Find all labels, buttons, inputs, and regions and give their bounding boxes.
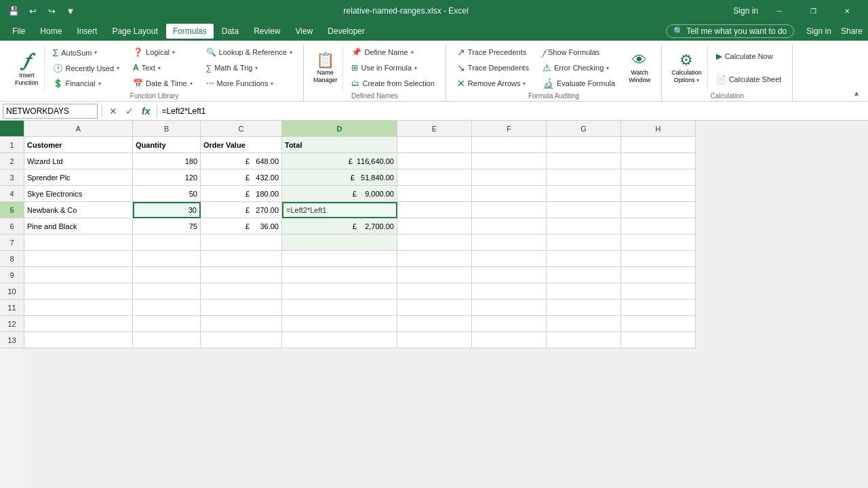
cell-A1[interactable]: Customer <box>24 137 133 153</box>
cell-A7[interactable] <box>24 235 133 251</box>
cell-C2[interactable]: £ 648.00 <box>201 153 282 169</box>
cell-F2[interactable] <box>472 153 547 169</box>
cell-C3[interactable]: £ 432.00 <box>201 169 282 186</box>
math-dropdown[interactable]: ▾ <box>255 65 258 71</box>
close-button[interactable]: ✕ <box>831 0 863 22</box>
cell-B10[interactable] <box>133 283 201 300</box>
menu-review[interactable]: Review <box>247 24 287 39</box>
menu-page-layout[interactable]: Page Layout <box>105 24 164 39</box>
remove-arrows-button[interactable]: ✕ Remove Arrows ▾ <box>453 77 533 90</box>
cell-H4[interactable] <box>621 186 696 202</box>
cell-G4[interactable] <box>547 186 621 202</box>
cell-A2[interactable]: Wizard Ltd <box>24 153 133 169</box>
cell-G7[interactable] <box>547 235 621 251</box>
use-in-formula-dropdown[interactable]: ▾ <box>414 65 417 71</box>
cell-F9[interactable] <box>472 267 547 283</box>
lookup-ref-button[interactable]: 🔍 Lookup & Reference ▾ <box>202 46 296 58</box>
cell-F1[interactable] <box>472 137 547 153</box>
row-num-11[interactable]: 11 <box>0 300 24 316</box>
cancel-button[interactable]: ✕ <box>106 104 120 118</box>
cell-C12[interactable] <box>201 316 282 332</box>
cell-G8[interactable] <box>547 251 621 267</box>
evaluate-formula-button[interactable]: 🔬 Evaluate Formula <box>538 77 619 90</box>
cell-D2[interactable]: £ 116,640.00 <box>282 153 397 169</box>
cell-C4[interactable]: £ 180.00 <box>201 186 282 202</box>
menu-insert[interactable]: Insert <box>70 24 104 39</box>
cell-A5[interactable]: Newbank & Co <box>24 202 133 218</box>
cell-A9[interactable] <box>24 267 133 283</box>
cell-B4[interactable]: 50 <box>133 186 201 202</box>
cell-H5[interactable] <box>621 202 696 218</box>
cell-F3[interactable] <box>472 169 547 186</box>
customize-qat-icon[interactable]: ▼ <box>62 3 79 19</box>
cell-H11[interactable] <box>621 300 696 316</box>
cell-B7[interactable] <box>133 235 201 251</box>
cell-H10[interactable] <box>621 283 696 300</box>
cell-G1[interactable] <box>547 137 621 153</box>
redo-icon[interactable]: ↪ <box>43 3 60 19</box>
col-header-H[interactable]: H <box>621 121 696 137</box>
cell-B6[interactable]: 75 <box>133 218 201 235</box>
cell-G3[interactable] <box>547 169 621 186</box>
math-trig-button[interactable]: ∑ Math & Trig ▾ <box>202 62 296 74</box>
show-formulas-button[interactable]: 𝑓 Show Formulas <box>538 45 619 60</box>
fx-button[interactable]: fx <box>139 104 153 118</box>
undo-icon[interactable]: ↩ <box>24 3 41 19</box>
cell-H12[interactable] <box>621 316 696 332</box>
financial-button[interactable]: 💲 Financial ▾ <box>49 77 124 89</box>
cell-B11[interactable] <box>133 300 201 316</box>
cell-E8[interactable] <box>397 251 472 267</box>
cell-G11[interactable] <box>547 300 621 316</box>
col-header-D[interactable]: D <box>282 121 397 137</box>
menu-data[interactable]: Data <box>215 24 245 39</box>
define-name-button[interactable]: 📌 Define Name ▾ <box>347 46 438 58</box>
cell-B1[interactable]: Quantity <box>133 137 201 153</box>
use-in-formula-button[interactable]: ⊞ Use in Formula ▾ <box>347 62 438 74</box>
cell-D6[interactable]: £ 2,700.00 <box>282 218 397 235</box>
row-num-13[interactable]: 13 <box>0 332 24 348</box>
remove-arrows-dropdown[interactable]: ▾ <box>523 81 526 87</box>
cell-A11[interactable] <box>24 300 133 316</box>
cell-F4[interactable] <box>472 186 547 202</box>
cell-B8[interactable] <box>133 251 201 267</box>
define-name-dropdown[interactable]: ▾ <box>411 49 414 56</box>
menu-home[interactable]: Home <box>33 24 68 39</box>
row-num-4[interactable]: 4 <box>0 186 24 202</box>
cell-A10[interactable] <box>24 283 133 300</box>
row-num-8[interactable]: 8 <box>0 251 24 267</box>
recently-used-dropdown[interactable]: ▾ <box>117 65 119 71</box>
cell-A4[interactable]: Skye Electronics <box>24 186 133 202</box>
more-fn-dropdown[interactable]: ▾ <box>271 81 273 87</box>
cell-C1[interactable]: Order Value <box>201 137 282 153</box>
save-icon[interactable]: 💾 <box>5 3 22 19</box>
calculate-now-button[interactable]: ▶ Calculate Now <box>712 50 786 62</box>
cell-E9[interactable] <box>397 267 472 283</box>
ribbon-collapse-button[interactable]: ▲ <box>850 88 863 98</box>
trace-dependents-button[interactable]: ↘ Trace Dependents <box>453 61 533 75</box>
cell-D5[interactable]: =Left2*Left1 <box>282 202 397 218</box>
cell-E2[interactable] <box>397 153 472 169</box>
text-dropdown[interactable]: ▾ <box>158 65 161 71</box>
col-header-E[interactable]: E <box>397 121 472 137</box>
cell-H13[interactable] <box>621 332 696 348</box>
cell-C10[interactable] <box>201 283 282 300</box>
date-time-button[interactable]: 📅 Date & Time ▾ <box>129 77 197 89</box>
cell-D13[interactable] <box>282 332 397 348</box>
sign-in-button[interactable]: Sign in <box>733 6 758 16</box>
row-num-6[interactable]: 6 <box>0 218 24 235</box>
autosum-dropdown[interactable]: ▾ <box>94 49 97 56</box>
menu-view[interactable]: View <box>289 24 320 39</box>
cell-E6[interactable] <box>397 218 472 235</box>
insert-function-button[interactable]: 𝑓 InsertFunction <box>11 45 45 91</box>
share-button[interactable]: Share <box>841 26 863 36</box>
recently-used-button[interactable]: 🕐 Recently Used ▾ <box>49 62 124 75</box>
col-header-B[interactable]: B <box>133 121 201 137</box>
formula-input[interactable] <box>161 106 865 116</box>
row-num-12[interactable]: 12 <box>0 316 24 332</box>
cell-C8[interactable] <box>201 251 282 267</box>
calculate-sheet-button[interactable]: 📄 Calculate Sheet <box>712 73 786 85</box>
cell-G2[interactable] <box>547 153 621 169</box>
cell-G12[interactable] <box>547 316 621 332</box>
logical-button[interactable]: ❓ Logical ▾ <box>129 46 197 58</box>
cell-E12[interactable] <box>397 316 472 332</box>
